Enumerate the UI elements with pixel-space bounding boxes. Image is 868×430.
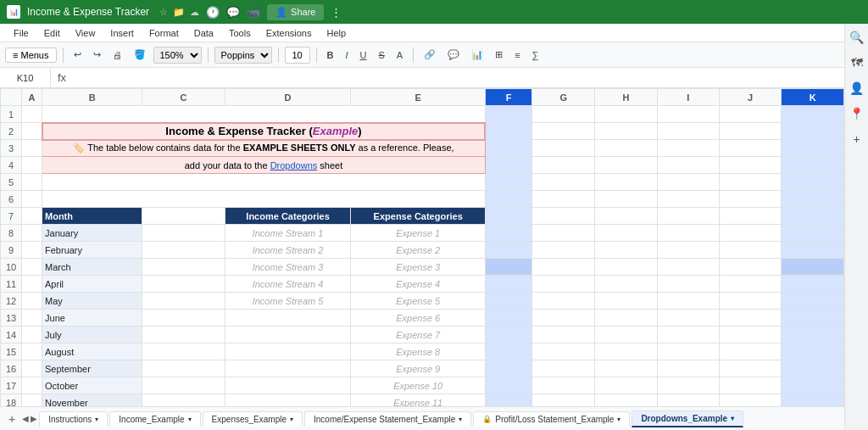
cell-i8[interactable] (657, 225, 719, 242)
row-num-7[interactable]: 7 (1, 208, 22, 225)
cell-f9[interactable] (485, 242, 531, 259)
tab-profit-loss[interactable]: 🔒 Profit/Loss Statement_Example ▾ (473, 411, 630, 427)
text-color-button[interactable]: A (392, 48, 407, 62)
cell-a6[interactable] (22, 191, 42, 208)
zoom-select[interactable]: 150% 100% 75% (153, 47, 202, 64)
cell-k5[interactable] (782, 174, 844, 191)
cell-f2[interactable] (485, 123, 531, 140)
search-sidebar-icon[interactable]: 🔍 (849, 29, 865, 46)
undo-button[interactable]: ↩ (70, 47, 86, 62)
cell-g5[interactable] (532, 174, 595, 191)
grid-container[interactable]: A B C D E F G H I J K 1 (0, 88, 844, 406)
row-num-16[interactable]: 16 (1, 360, 22, 377)
cell-a5[interactable] (22, 174, 42, 191)
cell-h11[interactable] (595, 276, 658, 293)
cell-c10[interactable] (142, 259, 225, 276)
cell-i14[interactable] (657, 327, 719, 343)
cell-c7[interactable] (142, 208, 225, 225)
cell-f5[interactable] (485, 174, 531, 191)
cell-j17[interactable] (719, 377, 781, 394)
cell-j10[interactable] (719, 259, 781, 276)
cell-f16[interactable] (485, 360, 531, 377)
cell-k1[interactable] (782, 106, 844, 123)
cell-a11[interactable] (22, 276, 42, 293)
cell-d18[interactable] (225, 394, 351, 407)
nav-left-button[interactable]: ◀ (22, 414, 29, 423)
cell-h16[interactable] (595, 360, 658, 377)
menus-button[interactable]: ≡ Menus (5, 47, 57, 63)
cell-g1[interactable] (532, 106, 595, 123)
menu-tools[interactable]: Tools (222, 26, 258, 40)
cell-j7[interactable] (719, 208, 781, 225)
font-select[interactable]: Poppins Arial (214, 47, 272, 64)
cell-i1[interactable] (657, 106, 719, 123)
nav-right-button[interactable]: ▶ (31, 414, 37, 423)
cell-a4[interactable] (22, 157, 42, 174)
cell-j3[interactable] (719, 140, 781, 157)
cell-k12[interactable] (782, 293, 844, 310)
underline-button[interactable]: U (356, 48, 371, 62)
row-num-1[interactable]: 1 (1, 106, 22, 123)
cell-a2[interactable] (22, 123, 42, 140)
cell-a3[interactable] (22, 140, 42, 157)
row-num-5[interactable]: 5 (1, 174, 22, 191)
share-button[interactable]: 👤 Share (267, 4, 324, 20)
row-num-8[interactable]: 8 (1, 225, 22, 242)
dropdowns-link[interactable]: Dropdowns (270, 160, 318, 170)
cell-f12[interactable] (485, 293, 531, 310)
cell-j6[interactable] (719, 191, 781, 208)
cell-b6[interactable] (42, 191, 486, 208)
cell-j14[interactable] (719, 327, 781, 343)
comment-icon[interactable]: 💬 (226, 6, 240, 19)
cell-k7[interactable] (782, 208, 844, 225)
cell-d15[interactable] (225, 343, 351, 360)
cell-h14[interactable] (595, 327, 658, 343)
cell-g13[interactable] (532, 310, 595, 327)
cell-h17[interactable] (595, 377, 658, 394)
cell-i3[interactable] (657, 140, 719, 157)
cell-reference[interactable]: K10 (0, 68, 51, 88)
cell-i6[interactable] (657, 191, 719, 208)
cell-k14[interactable] (782, 327, 844, 343)
cell-g4[interactable] (532, 157, 595, 174)
cell-h1[interactable] (595, 106, 658, 123)
row-num-12[interactable]: 12 (1, 293, 22, 310)
cell-h9[interactable] (595, 242, 658, 259)
cell-g16[interactable] (532, 360, 595, 377)
menu-edit[interactable]: Edit (37, 26, 67, 40)
cell-k10[interactable] (782, 259, 844, 276)
cell-f11[interactable] (485, 276, 531, 293)
cell-j4[interactable] (719, 157, 781, 174)
cell-g6[interactable] (532, 191, 595, 208)
cell-c14[interactable] (142, 327, 225, 343)
cell-j1[interactable] (719, 106, 781, 123)
menu-extensions[interactable]: Extensions (259, 26, 319, 40)
row-num-14[interactable]: 14 (1, 327, 22, 343)
row-num-4[interactable]: 4 (1, 157, 22, 174)
cell-h4[interactable] (595, 157, 658, 174)
cell-k13[interactable] (782, 310, 844, 327)
cell-h10[interactable] (595, 259, 658, 276)
menu-insert[interactable]: Insert (103, 26, 141, 40)
cell-a9[interactable] (22, 242, 42, 259)
cell-g10[interactable] (532, 259, 595, 276)
cell-c17[interactable] (142, 377, 225, 394)
cloud-icon[interactable]: ☁ (190, 7, 199, 18)
cell-k18[interactable] (782, 394, 844, 407)
add-sidebar-icon[interactable]: + (849, 131, 865, 148)
cell-a15[interactable] (22, 343, 42, 360)
cell-f18[interactable] (485, 394, 531, 407)
col-header-j[interactable]: J (719, 89, 781, 106)
menu-data[interactable]: Data (187, 26, 220, 40)
col-header-f[interactable]: F (485, 89, 531, 106)
col-header-c[interactable]: C (142, 89, 225, 106)
cell-k8[interactable] (782, 225, 844, 242)
cell-g12[interactable] (532, 293, 595, 310)
cell-c18[interactable] (142, 394, 225, 407)
cell-f7[interactable] (485, 208, 531, 225)
cell-c8[interactable] (142, 225, 225, 242)
cell-j9[interactable] (719, 242, 781, 259)
cell-h7[interactable] (595, 208, 658, 225)
cell-i9[interactable] (657, 242, 719, 259)
cell-j12[interactable] (719, 293, 781, 310)
